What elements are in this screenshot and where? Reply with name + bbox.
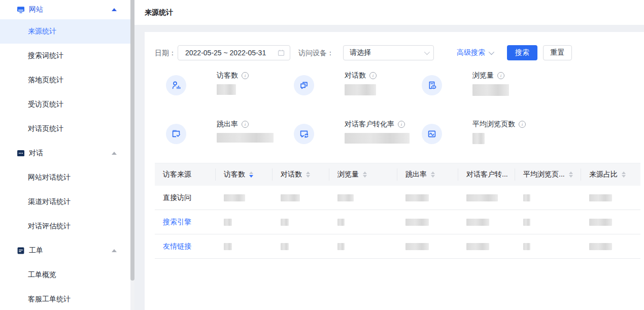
sidebar-item-source-stats[interactable]: 来源统计 [0, 19, 130, 44]
advanced-search-toggle[interactable]: 高级搜索 [457, 45, 493, 60]
redacted-value [523, 219, 530, 226]
redacted-value [217, 133, 274, 143]
info-icon[interactable]: i [519, 121, 526, 128]
device-label: 访问设备： [298, 45, 334, 60]
column-header-source-share[interactable]: 来源占比 [581, 168, 640, 181]
redacted-value [472, 84, 509, 96]
date-range-input[interactable]: 2022-05-25 ~ 2022-05-31 [178, 45, 290, 60]
avg-pages-icon [422, 124, 442, 144]
scrollbar-thumb[interactable] [130, 0, 134, 281]
reset-button[interactable]: 重置 [543, 45, 572, 60]
sidebar-group-website[interactable]: 网站 [0, 0, 130, 19]
redacted-value [589, 243, 612, 250]
redacted-value [217, 84, 236, 95]
stat-label: 对话数 [345, 71, 366, 80]
collapse-arrow-icon[interactable] [112, 8, 117, 11]
redacted-value [224, 194, 245, 201]
column-header-bounce-rate[interactable]: 跳出率 [397, 168, 458, 181]
page-title: 来源统计 [145, 0, 173, 25]
info-icon[interactable]: i [242, 72, 249, 79]
redacted-value [466, 243, 489, 250]
column-header-pageviews[interactable]: 浏览量 [329, 168, 397, 181]
sidebar: 网站 来源统计 搜索词统计 落地页统计 受访页统计 对话页统计 对话 网站对话统… [0, 0, 134, 310]
calendar-icon [278, 49, 285, 56]
sidebar-group-dialog[interactable]: 对话 [0, 141, 130, 165]
info-icon[interactable]: i [497, 72, 504, 79]
stat-label: 浏览量 [472, 71, 494, 80]
redacted-value [405, 219, 429, 226]
device-select[interactable]: 请选择 [343, 45, 434, 60]
stat-label: 平均浏览页数 [472, 120, 515, 129]
info-icon[interactable]: i [369, 72, 377, 79]
visitor-count-icon [166, 75, 186, 95]
column-header-avg-pages[interactable]: 平均浏览页... [515, 168, 581, 181]
info-icon[interactable]: i [242, 121, 249, 128]
sidebar-scrollbar[interactable] [130, 0, 134, 310]
column-header-visitors[interactable]: 访客数 [216, 168, 273, 181]
conversion-rate-icon [294, 124, 314, 144]
stat-card-dialogs: 对话数i [294, 71, 413, 101]
ticket-icon [17, 247, 25, 255]
stat-label: 对话客户转化率 [345, 120, 394, 129]
stat-card-avg-pages: 平均浏览页数i [422, 120, 541, 150]
stat-card-bounce-rate: 跳出率i [166, 120, 285, 150]
table-header-row: 访客来源 访客数 对话数 浏览量 跳出率 对话客户转... 平均浏览页... 来… [155, 163, 640, 186]
redacted-value [224, 219, 232, 226]
stat-card-pageviews: 浏览量i [422, 71, 541, 101]
sidebar-item-website-dialog-stats[interactable]: 网站对话统计 [0, 165, 130, 190]
redacted-value [224, 243, 232, 250]
source-stats-table: 访客来源 访客数 对话数 浏览量 跳出率 对话客户转... 平均浏览页... 来… [155, 163, 640, 259]
info-icon[interactable]: i [398, 121, 405, 128]
sidebar-group-label: 对话 [29, 149, 43, 158]
collapse-arrow-icon[interactable] [112, 152, 117, 155]
dialog-count-icon [294, 75, 314, 95]
content-card: 日期： 2022-05-25 ~ 2022-05-31 访问设备： 请选择 高级… [145, 32, 644, 310]
redacted-value [337, 243, 345, 250]
sort-icon [306, 171, 310, 178]
table-row-search-engine: 搜索引擎 [155, 210, 640, 234]
sidebar-item-visited-page-stats[interactable]: 受访页统计 [0, 92, 130, 117]
app-root: 网站 来源统计 搜索词统计 落地页统计 受访页统计 对话页统计 对话 网站对话统… [0, 0, 644, 310]
device-select-value: 请选择 [350, 48, 424, 57]
sidebar-item-agent-ticket-stats[interactable]: 客服工单统计 [0, 287, 130, 310]
sidebar-item-channel-dialog-stats[interactable]: 渠道对话统计 [0, 190, 130, 214]
redacted-value [589, 219, 612, 226]
collapse-arrow-icon[interactable] [112, 249, 117, 252]
chat-icon [17, 149, 25, 157]
redacted-value [466, 194, 498, 201]
redacted-value [523, 243, 530, 250]
monitor-icon [17, 6, 25, 14]
sort-icon [363, 171, 367, 178]
column-header-conversion[interactable]: 对话客户转... [458, 168, 515, 181]
redacted-value [345, 84, 376, 95]
redacted-value [523, 194, 530, 201]
top-header: 来源统计 [134, 0, 644, 25]
stat-label: 访客数 [217, 71, 238, 80]
pageviews-icon [422, 75, 442, 95]
redacted-value [466, 219, 489, 226]
date-range-value: 2022-05-25 ~ 2022-05-31 [185, 49, 278, 57]
source-link[interactable]: 搜索引擎 [155, 218, 216, 227]
sort-icon [569, 171, 573, 178]
date-label: 日期： [155, 45, 176, 60]
stat-label: 跳出率 [217, 120, 238, 129]
redacted-value [345, 133, 410, 144]
redacted-value [281, 194, 300, 201]
sidebar-item-dialog-page-stats[interactable]: 对话页统计 [0, 117, 130, 141]
column-header-dialogs[interactable]: 对话数 [273, 168, 329, 181]
redacted-value [281, 219, 289, 226]
stat-card-visitors: 访客数i [166, 71, 285, 101]
sidebar-item-search-term-stats[interactable]: 搜索词统计 [0, 44, 130, 68]
bounce-rate-icon [166, 124, 186, 144]
stat-card-conversion-rate: 对话客户转化率i [294, 120, 413, 150]
sidebar-item-ticket-overview[interactable]: 工单概览 [0, 263, 130, 287]
source-link[interactable]: 友情链接 [155, 242, 216, 251]
redacted-value [337, 194, 354, 201]
sidebar-item-landing-page-stats[interactable]: 落地页统计 [0, 68, 130, 92]
sort-icon [249, 171, 253, 178]
redacted-value [337, 219, 345, 226]
search-button[interactable]: 搜索 [507, 45, 537, 60]
redacted-value [472, 133, 485, 144]
sidebar-group-ticket[interactable]: 工单 [0, 238, 130, 263]
sidebar-item-dialog-eval-stats[interactable]: 对话评估统计 [0, 214, 130, 238]
